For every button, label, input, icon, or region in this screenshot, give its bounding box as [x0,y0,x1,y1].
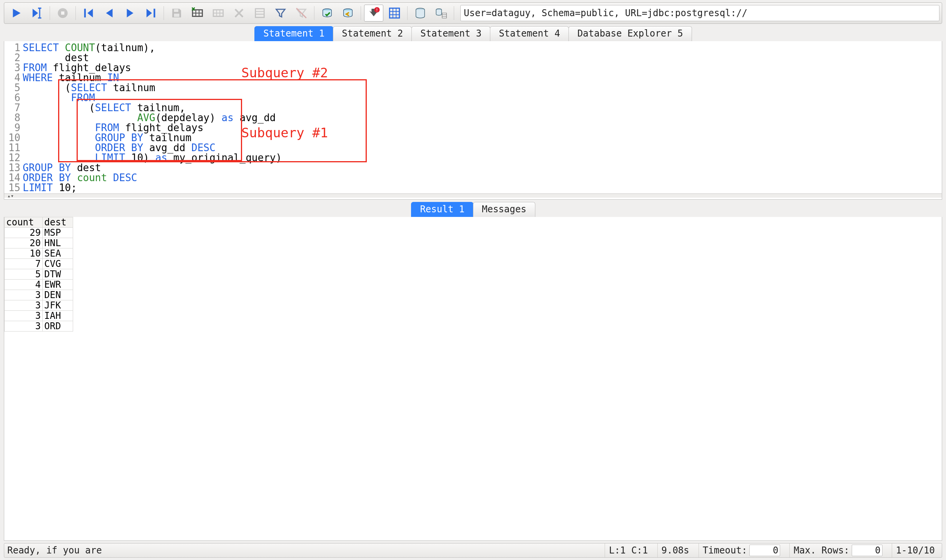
tab-statement-3[interactable]: Statement 3 [411,26,490,41]
line-number: 13 [4,163,23,173]
column-header-dest[interactable]: dest [43,217,73,228]
table-row[interactable]: 3IAH [5,311,73,321]
line-number: 3 [4,63,23,73]
svg-rect-17 [442,13,446,18]
timeout: Timeout: 0 [699,543,784,557]
table-row[interactable]: 4EWR [5,280,73,290]
svg-rect-3 [84,9,86,18]
svg-rect-9 [256,9,264,18]
editor-results-splitter[interactable]: ▴▾ [4,193,942,198]
line-number: 5 [4,83,23,93]
delete-row-icon [229,5,249,22]
table-row[interactable]: 20HNL [5,238,73,248]
next-record-icon[interactable] [120,5,140,22]
select-columns-icon [250,5,269,22]
table-row[interactable]: 3ORD [5,321,73,332]
tab-statement-4[interactable]: Statement 4 [490,26,569,41]
sql-editor[interactable]: 1SELECT COUNT(tailnum),2 dest3FROM fligh… [4,41,942,200]
svg-text:!: ! [376,7,378,13]
table-row[interactable]: 5DTW [5,269,73,280]
save-icon [167,5,186,22]
line-number: 11 [4,143,23,153]
max-rows: Max. Rows: 0 [789,543,886,557]
table-row[interactable]: 7CVG [5,259,73,269]
table-row[interactable]: 3JFK [5,300,73,311]
tab-statement-1[interactable]: Statement 1 [254,26,333,41]
show-dbexplorer-icon[interactable] [411,5,430,22]
line-number: 2 [4,53,23,63]
result-tab-result-1[interactable]: Result 1 [411,202,473,217]
line-number: 15 [4,183,23,193]
svg-rect-5 [174,9,178,12]
line-number: 10 [4,133,23,143]
svg-rect-0 [39,8,40,18]
timeout-value[interactable]: 0 [749,545,780,556]
statement-tabs: Statement 1Statement 2Statement 3Stateme… [4,26,942,41]
last-record-icon[interactable] [141,5,160,22]
prev-record-icon[interactable] [100,5,119,22]
results-grid[interactable]: countdest29MSP20HNL10SEA7CVG5DTW4EWR3DEN… [4,217,942,541]
line-number: 7 [4,103,23,113]
clear-filter-icon [292,5,311,22]
copy-row-icon [209,5,228,22]
svg-rect-6 [174,13,179,17]
stop-icon [53,5,72,22]
svg-rect-4 [154,9,155,18]
toolbar: ! User=dataguy, Schema=public, URL=jdbc:… [4,2,942,24]
table-row[interactable]: 3DEN [5,290,73,300]
filter-icon[interactable] [271,5,290,22]
show-dbtree-icon[interactable] [431,5,451,22]
column-header-count[interactable]: count [5,217,43,228]
tab-statement-2[interactable]: Statement 2 [333,26,412,41]
tab-statement-5[interactable]: Database Explorer 5 [568,26,692,41]
line-number: 4 [4,73,23,83]
result-tab-messages[interactable]: Messages [473,202,535,217]
append-results-icon[interactable] [385,5,404,22]
line-number: 12 [4,153,23,163]
table-row[interactable]: 29MSP [5,228,73,238]
table-row[interactable]: 10SEA [5,248,73,259]
cursor-position: L:1 C:1 [605,543,652,557]
insert-row-icon[interactable] [188,5,207,22]
maxrows-value[interactable]: 0 [852,545,882,556]
run-to-cursor-icon[interactable] [27,5,47,22]
exec-time: 9.08s [657,543,693,557]
svg-rect-2 [61,12,65,15]
line-number: 6 [4,93,23,103]
rollback-icon[interactable] [338,5,358,22]
connection-info: User=dataguy, Schema=public, URL=jdbc:po… [460,5,939,21]
commit-icon[interactable] [318,5,337,22]
first-record-icon[interactable] [79,5,98,22]
status-bar: Ready, if you are L:1 C:1 9.08s Timeout:… [4,543,942,558]
run-icon[interactable] [7,5,26,22]
line-number: 9 [4,123,23,133]
line-number: 1 [4,43,23,53]
line-number: 8 [4,113,23,123]
status-message: Ready, if you are [7,545,102,556]
result-tabs: Result 1Messages [4,202,942,217]
line-number: 14 [4,173,23,183]
toggle-autocommit-icon[interactable]: ! [364,5,383,22]
row-range: 1-10/10 [892,543,939,557]
svg-rect-14 [389,8,399,18]
